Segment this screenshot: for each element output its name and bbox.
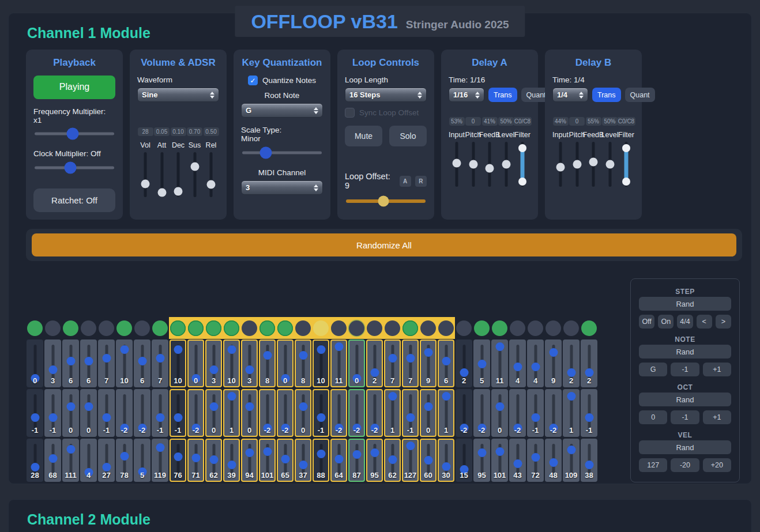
slider-thumb[interactable] (502, 160, 510, 169)
octave-cell[interactable]: -2 (330, 389, 347, 437)
note-button-1[interactable]: +1 (703, 363, 731, 376)
note-cell[interactable]: 0 (348, 339, 365, 387)
slider-thumb[interactable] (102, 354, 111, 363)
step-circle[interactable] (456, 320, 472, 336)
octave-cell[interactable]: -2 (366, 389, 383, 437)
octave-cell[interactable]: -1 (402, 389, 419, 437)
step-circle[interactable] (206, 320, 221, 336)
step-circle[interactable] (116, 320, 132, 336)
slider-thumb[interactable] (406, 354, 415, 363)
note-cell[interactable]: 4 (509, 339, 526, 387)
quantize-notes-checkbox[interactable]: ✓ (248, 76, 258, 85)
octave-cell[interactable]: -2 (259, 389, 276, 437)
octave-cell[interactable]: 1 (223, 389, 240, 437)
slider-thumb[interactable] (406, 442, 415, 450)
slider-thumb[interactable] (31, 463, 39, 471)
feedb-vertical-slider[interactable] (585, 142, 601, 187)
slider-thumb[interactable] (48, 413, 57, 422)
note-button-1[interactable]: -1 (671, 363, 699, 376)
velocity-cell[interactable]: 37 (295, 439, 311, 482)
slider-thumb[interactable] (65, 161, 77, 173)
slider-thumb[interactable] (453, 159, 461, 167)
octave-cell[interactable]: -1 (581, 389, 597, 437)
octave-cell[interactable]: -2 (509, 389, 526, 437)
att-vertical-slider[interactable] (154, 152, 170, 197)
slider-thumb[interactable] (138, 357, 146, 365)
slider-thumb[interactable] (299, 402, 307, 411)
step-circle[interactable] (63, 320, 78, 336)
sync-loop-offset-checkbox[interactable] (345, 108, 355, 118)
slider-thumb[interactable] (31, 413, 39, 422)
delay-b-trans-button[interactable]: Trans (592, 88, 621, 102)
slider-thumb[interactable] (260, 147, 272, 159)
step-circle[interactable] (45, 320, 61, 336)
step-circle[interactable] (385, 320, 400, 336)
velocity-cell[interactable]: 62 (205, 439, 222, 482)
note-cell[interactable]: 3 (241, 339, 258, 387)
vel-button-20[interactable]: -20 (671, 458, 699, 472)
range-thumb[interactable] (622, 178, 630, 186)
slider-thumb[interactable] (174, 345, 182, 354)
slider-thumb[interactable] (84, 357, 93, 365)
velocity-cell[interactable]: 30 (438, 439, 454, 482)
octave-cell[interactable]: 0 (62, 389, 79, 437)
octave-cell[interactable]: -2 (187, 389, 204, 437)
slider-thumb[interactable] (513, 459, 522, 468)
dec-vertical-slider[interactable] (170, 152, 186, 197)
note-cell[interactable]: 7 (402, 339, 419, 387)
note-cell[interactable]: 7 (384, 339, 401, 387)
velocity-cell[interactable]: 101 (491, 439, 508, 482)
loop-offset-slider[interactable] (346, 195, 426, 207)
slider-thumb[interactable] (317, 450, 325, 458)
step-circle[interactable] (331, 320, 347, 336)
octave-cell[interactable]: 0 (205, 389, 222, 437)
step-rand-button[interactable]: Rand (639, 297, 731, 311)
delay-a-trans-button[interactable]: Trans (488, 88, 517, 102)
mute-button[interactable]: Mute (345, 126, 382, 146)
velocity-cell[interactable]: 62 (384, 439, 401, 482)
octave-cell[interactable]: -2 (348, 389, 365, 437)
velocity-cell[interactable]: 111 (62, 439, 79, 482)
slider-thumb[interactable] (406, 413, 415, 422)
slider-thumb[interactable] (573, 160, 581, 169)
slider-thumb[interactable] (263, 351, 272, 360)
randomize-all-button[interactable]: Randomize All (32, 233, 736, 256)
vel-button-127[interactable]: 127 (639, 458, 667, 472)
slider-thumb[interactable] (245, 402, 254, 411)
slider-thumb[interactable] (66, 357, 75, 365)
vol-vertical-slider[interactable] (137, 152, 153, 197)
step-circle[interactable] (367, 320, 382, 336)
note-cell[interactable]: 0 (187, 339, 204, 387)
step-circle[interactable] (349, 320, 364, 336)
step-circle[interactable] (81, 320, 96, 336)
slider-thumb[interactable] (352, 450, 361, 459)
velocity-cell[interactable]: 65 (277, 439, 294, 482)
slider-thumb[interactable] (424, 348, 432, 357)
slider-thumb[interactable] (334, 342, 343, 351)
slider-thumb[interactable] (585, 461, 593, 469)
slider-thumb[interactable] (299, 461, 307, 469)
step-circle[interactable] (438, 320, 454, 336)
range-thumb[interactable] (518, 144, 526, 152)
velocity-cell[interactable]: 88 (313, 439, 329, 482)
range-thumb[interactable] (622, 144, 630, 152)
velocity-cell[interactable]: 43 (509, 439, 526, 482)
level-vertical-slider[interactable] (602, 142, 618, 187)
oct-button-1[interactable]: -1 (671, 410, 699, 424)
loop-length-select[interactable]: 16 Steps (345, 88, 427, 102)
slider-thumb[interactable] (567, 368, 575, 377)
slider-thumb[interactable] (424, 402, 432, 411)
note-cell[interactable]: 8 (295, 339, 311, 387)
velocity-cell[interactable]: 4 (80, 439, 97, 482)
delay-a-time-select[interactable]: 1/16 (449, 88, 484, 102)
slider-thumb[interactable] (227, 461, 236, 469)
pitch-vertical-slider[interactable] (465, 142, 481, 187)
slider-thumb[interactable] (460, 368, 468, 377)
step-circle[interactable] (242, 320, 257, 336)
slider-thumb[interactable] (317, 413, 325, 422)
velocity-cell[interactable]: 71 (187, 439, 204, 482)
octave-cell[interactable]: -1 (527, 389, 544, 437)
slider-thumb[interactable] (48, 365, 57, 374)
loop-offset-r-button[interactable]: R (415, 176, 427, 187)
velocity-cell[interactable]: 76 (170, 439, 186, 482)
